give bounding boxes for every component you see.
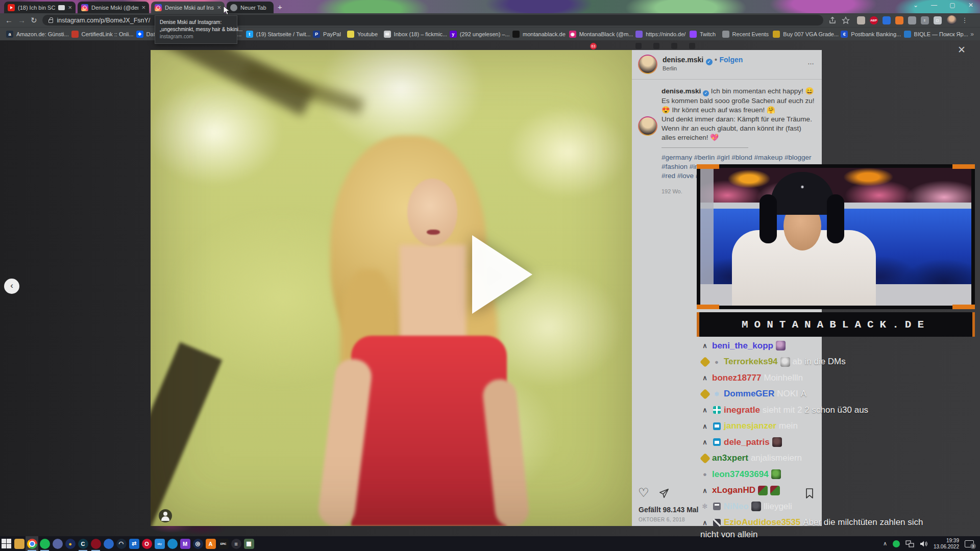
url-text[interactable]: instagram.com/p/BomeJX_FsnY/: [57, 17, 151, 24]
opera-icon[interactable]: O: [140, 536, 153, 551]
camtasia-icon[interactable]: C: [77, 536, 89, 551]
bookmark-favicon-icon: [347, 31, 354, 38]
username-link[interactable]: denise.mski: [663, 56, 703, 64]
bookmark-item[interactable]: Recent Events: [722, 31, 764, 38]
previous-post-button[interactable]: ‹: [4, 279, 19, 294]
start-button[interactable]: [0, 536, 13, 551]
screenshot-extension-icon[interactable]: [857, 16, 865, 24]
chat-badge-caret-icon: ∧: [700, 421, 709, 431]
bookmark-item[interactable]: PPayPal: [313, 31, 338, 38]
location-link[interactable]: Berlin: [663, 65, 743, 71]
instagram-post-media[interactable]: [151, 50, 632, 526]
tab-4[interactable]: Neuer Tab: [227, 2, 274, 13]
puzzle-extension-icon[interactable]: [908, 16, 916, 24]
chat-username[interactable]: inegratle: [724, 405, 760, 415]
profile-avatar[interactable]: [947, 15, 957, 25]
epic-games-icon[interactable]: EPIC: [217, 536, 230, 551]
frame-extension-icon[interactable]: ▢: [934, 16, 942, 24]
medal-icon[interactable]: M: [179, 536, 191, 551]
bookmark-item[interactable]: t(19) Startseite / Twit...: [246, 31, 304, 38]
spotify-icon[interactable]: [38, 536, 51, 551]
close-window-button[interactable]: ✕: [962, 0, 980, 11]
tab-title: (18) Ich bin SCHWANGER - C: [18, 5, 55, 11]
bookmark-item[interactable]: €Postbank Banking...: [841, 31, 894, 38]
red-app-icon[interactable]: [89, 536, 102, 551]
back-icon[interactable]: ←: [5, 16, 13, 24]
media-indicator-icon: [58, 5, 65, 10]
green-window-icon[interactable]: ▦: [242, 536, 255, 551]
steam-icon[interactable]: ◠: [115, 536, 128, 551]
minimize-button[interactable]: —: [925, 0, 943, 11]
adblock-plus-icon[interactable]: ABP: [870, 16, 878, 24]
reload-icon[interactable]: ↻: [31, 16, 37, 25]
chat-badge-box-icon: [712, 502, 721, 511]
chat-username[interactable]: xLoganHD: [712, 485, 755, 495]
steam-alt-icon[interactable]: [166, 536, 179, 551]
post-options-icon[interactable]: …: [807, 58, 815, 66]
close-modal-icon[interactable]: ✕: [958, 44, 966, 56]
orange-a-icon[interactable]: A: [204, 536, 217, 551]
follow-button[interactable]: Folgen: [719, 56, 743, 64]
share-plane-icon[interactable]: [658, 488, 670, 499]
browser-menu-chevron[interactable]: ⌄: [906, 0, 925, 11]
discord-icon[interactable]: [51, 536, 64, 551]
play-button-icon[interactable]: [472, 235, 532, 314]
blue-app-icon[interactable]: [102, 536, 115, 551]
bookmark-item[interactable]: https://nindo.de/: [635, 31, 680, 38]
chat-username[interactable]: Terrorkeks94: [724, 357, 778, 367]
tab-2[interactable]: Denise Mski (@denise.mski) • Ins×: [78, 2, 149, 13]
share-icon[interactable]: [828, 16, 837, 24]
new-tab-button[interactable]: +: [278, 3, 282, 11]
teamviewer-icon[interactable]: ⇄: [128, 536, 140, 551]
dark-blue-app-icon[interactable]: ●: [64, 536, 77, 551]
bookmark-item[interactable]: Twitch: [690, 31, 713, 38]
swirl-app-icon[interactable]: ◎: [191, 536, 204, 551]
chat-username[interactable]: bonez18777: [712, 373, 761, 383]
bookmark-item[interactable]: ◉MontanaBlack (@m...: [569, 31, 626, 38]
avatar[interactable]: [638, 116, 657, 136]
bookmark-favicon-icon: [773, 31, 780, 38]
tab-close-icon[interactable]: ×: [141, 5, 145, 11]
browser-menu-icon[interactable]: ⋮: [962, 16, 968, 24]
tagged-people-icon[interactable]: [159, 509, 172, 522]
tab-close-icon[interactable]: ×: [68, 5, 72, 11]
tab-3[interactable]: Denise Mski auf Instagram: „ung×: [151, 2, 225, 13]
fox-extension-icon[interactable]: [895, 16, 903, 24]
bookmark-item[interactable]: BIQLE — Поиск Яр...: [904, 31, 962, 38]
bookmark-item[interactable]: ✉Inbox (18) – fickmic...: [384, 31, 440, 38]
tab-close-icon[interactable]: ×: [217, 5, 221, 11]
chat-username[interactable]: jannesjanzer: [724, 421, 776, 431]
bookmark-item[interactable]: CertifiedLink :: Onli...: [71, 31, 127, 38]
bookmark-favicon-icon: [635, 31, 643, 38]
username-link[interactable]: denise.mski: [662, 87, 701, 95]
bookmark-item[interactable]: y(292 ungelesen) –...: [450, 31, 503, 38]
forward-icon[interactable]: →: [18, 16, 26, 24]
chat-username[interactable]: leon37493694: [712, 469, 769, 480]
chat-username[interactable]: EzioAudidose3535: [724, 517, 800, 528]
bookmark-star-icon[interactable]: [842, 16, 850, 24]
sky-icon[interactable]: sky: [153, 536, 166, 551]
tab-1[interactable]: (18) Ich bin SCHWANGER - C×: [4, 2, 76, 13]
bookmark-label: Twitch: [700, 31, 716, 37]
bookmark-favicon-icon: y: [450, 31, 457, 38]
list-extension-icon[interactable]: ≡: [921, 16, 929, 24]
explorer-icon[interactable]: [13, 536, 26, 551]
like-count[interactable]: Gefällt 98.143 Mal: [639, 506, 699, 514]
wave-extension-icon[interactable]: [883, 16, 891, 24]
chat-badge-caret-icon: ∧: [700, 438, 709, 447]
avatar[interactable]: [638, 55, 657, 74]
like-heart-icon[interactable]: ♡: [638, 486, 649, 500]
maximize-button[interactable]: ▢: [943, 0, 962, 11]
bookmark-item[interactable]: Youtube: [347, 31, 375, 38]
chat-username[interactable]: an3xpert: [712, 453, 748, 463]
bookmark-item[interactable]: aAmazon.de: Günsti...: [6, 31, 62, 38]
chat-username[interactable]: dele_patris: [724, 437, 770, 447]
chat-username[interactable]: NiNeo: [724, 502, 749, 512]
dark-pattern-icon[interactable]: ≡: [230, 536, 242, 551]
bookmark-item[interactable]: montanablack.de: [512, 31, 560, 38]
chat-username[interactable]: DommeGER: [724, 389, 774, 399]
chat-username[interactable]: beni_the_kopp: [712, 341, 773, 351]
bookmarks-overflow-icon[interactable]: »: [970, 31, 974, 38]
bookmark-item[interactable]: Buy 007 VGA Grade...: [773, 31, 831, 38]
chrome-icon[interactable]: [26, 536, 38, 551]
